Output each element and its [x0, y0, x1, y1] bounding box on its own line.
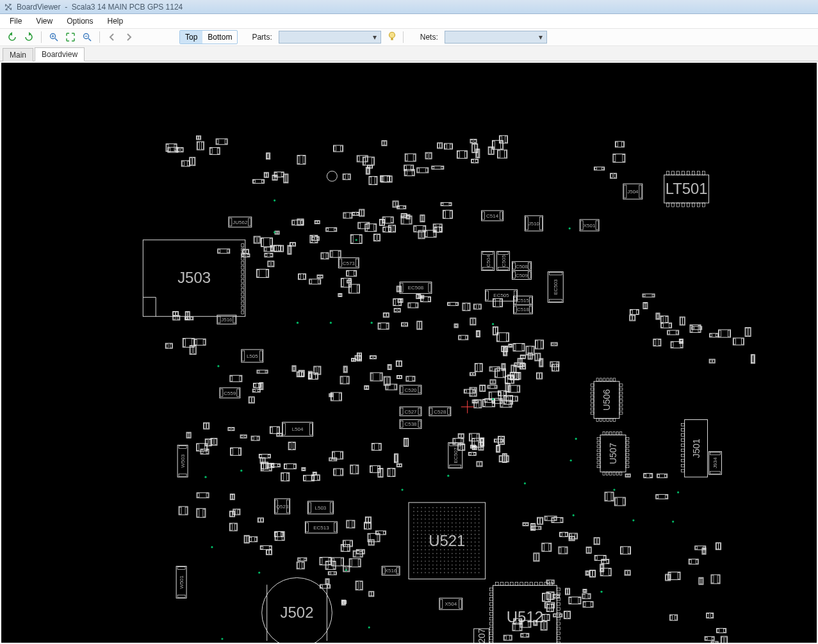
tab-boardview[interactable]: Boardview — [35, 47, 85, 61]
svg-rect-764 — [602, 168, 604, 170]
svg-rect-1455 — [349, 559, 361, 567]
svg-point-53 — [425, 511, 426, 512]
svg-point-70 — [421, 515, 422, 516]
svg-rect-679 — [370, 177, 372, 184]
svg-rect-624 — [229, 218, 232, 226]
svg-rect-1481 — [383, 531, 385, 534]
svg-point-272 — [436, 557, 438, 558]
svg-rect-703 — [334, 146, 336, 151]
svg-rect-702 — [334, 145, 343, 152]
svg-rect-442 — [600, 419, 601, 422]
nav-back-button[interactable] — [105, 30, 119, 44]
nets-combo[interactable]: ▾ — [445, 31, 547, 44]
svg-rect-1408 — [197, 494, 199, 497]
tab-main[interactable]: Main — [3, 48, 33, 61]
svg-point-152 — [459, 530, 461, 531]
svg-rect-1183 — [509, 344, 511, 346]
svg-point-254 — [436, 553, 438, 554]
side-bottom-button[interactable]: Bottom — [202, 31, 237, 44]
svg-point-84 — [475, 515, 476, 516]
svg-rect-1204 — [552, 343, 553, 345]
svg-rect-805 — [315, 221, 317, 223]
menu-view[interactable]: View — [30, 15, 58, 27]
nav-forward-button[interactable] — [122, 30, 136, 44]
svg-rect-1280 — [280, 434, 282, 436]
menu-file[interactable]: File — [4, 15, 28, 27]
svg-rect-1029 — [230, 375, 242, 382]
svg-rect-556 — [482, 212, 485, 220]
svg-text:C504: C504 — [486, 255, 491, 268]
svg-point-346 — [444, 572, 445, 574]
svg-rect-793 — [265, 248, 266, 251]
svg-point-294 — [452, 561, 453, 562]
parts-combo[interactable]: ▾ — [279, 31, 381, 44]
svg-point-94 — [444, 519, 445, 520]
svg-point-297 — [463, 561, 464, 562]
svg-rect-500 — [242, 351, 245, 361]
svg-rect-645 — [190, 157, 195, 166]
svg-rect-1567 — [543, 594, 544, 601]
svg-point-1781 — [569, 227, 571, 229]
svg-rect-1100 — [399, 362, 401, 366]
svg-rect-433 — [682, 454, 685, 456]
svg-rect-885 — [343, 213, 352, 218]
svg-text:C509: C509 — [516, 273, 528, 278]
svg-rect-1409 — [206, 494, 208, 497]
toolbar: Top Bottom Parts: ▾ Nets: ▾ — [0, 28, 818, 46]
zoom-out-button[interactable] — [80, 30, 94, 44]
menu-options[interactable]: Options — [61, 15, 99, 27]
svg-rect-970 — [471, 319, 473, 325]
svg-rect-1349 — [480, 462, 482, 466]
svg-rect-1035 — [249, 397, 254, 403]
svg-point-250 — [421, 553, 422, 554]
rotate-ccw-button[interactable] — [5, 30, 19, 44]
svg-rect-405 — [490, 641, 493, 643]
svg-point-51 — [417, 511, 418, 512]
lightbulb-icon[interactable] — [386, 31, 398, 44]
svg-rect-568 — [512, 263, 515, 270]
svg-rect-504 — [283, 424, 286, 435]
svg-rect-1000 — [174, 316, 176, 319]
svg-rect-958 — [402, 323, 404, 326]
svg-rect-1420 — [245, 536, 247, 542]
svg-rect-746 — [505, 136, 507, 143]
svg-text:C520: C520 — [404, 387, 417, 393]
svg-rect-836 — [318, 280, 320, 284]
svg-point-229 — [479, 545, 480, 547]
svg-rect-1105 — [506, 383, 508, 391]
zoom-fit-button[interactable] — [63, 30, 78, 44]
svg-rect-476 — [613, 472, 615, 475]
zoom-in-button[interactable] — [47, 30, 61, 44]
svg-rect-1094 — [380, 373, 382, 380]
svg-rect-1397 — [203, 509, 205, 517]
board-canvas[interactable]: J503J502U521U512LT501J501U506U507U5207L5… — [1, 63, 817, 643]
svg-rect-656 — [286, 175, 288, 182]
side-top-button[interactable]: Top — [180, 31, 202, 44]
svg-point-256 — [444, 553, 445, 554]
svg-rect-910 — [414, 226, 416, 231]
svg-rect-1624 — [680, 318, 682, 325]
svg-point-115 — [455, 522, 457, 524]
svg-rect-874 — [384, 228, 386, 232]
svg-rect-1092 — [370, 373, 382, 381]
svg-rect-917 — [450, 211, 452, 218]
svg-rect-1514 — [537, 554, 539, 561]
svg-rect-457 — [591, 396, 594, 398]
svg-rect-789 — [268, 261, 274, 267]
svg-rect-361 — [500, 582, 503, 585]
menu-help[interactable]: Help — [102, 15, 129, 27]
svg-rect-483 — [597, 442, 600, 444]
svg-rect-765 — [615, 141, 624, 147]
svg-rect-756 — [613, 154, 625, 163]
svg-point-296 — [459, 561, 461, 562]
svg-rect-1636 — [661, 316, 663, 322]
svg-point-1762 — [330, 322, 332, 324]
rotate-cw-button[interactable] — [22, 30, 36, 44]
svg-rect-1259 — [188, 433, 190, 437]
svg-rect-943 — [417, 295, 419, 298]
svg-rect-418 — [672, 171, 675, 175]
svg-point-92 — [436, 519, 438, 520]
svg-point-75 — [440, 515, 441, 516]
svg-rect-883 — [353, 213, 355, 214]
svg-rect-1727 — [372, 592, 373, 596]
